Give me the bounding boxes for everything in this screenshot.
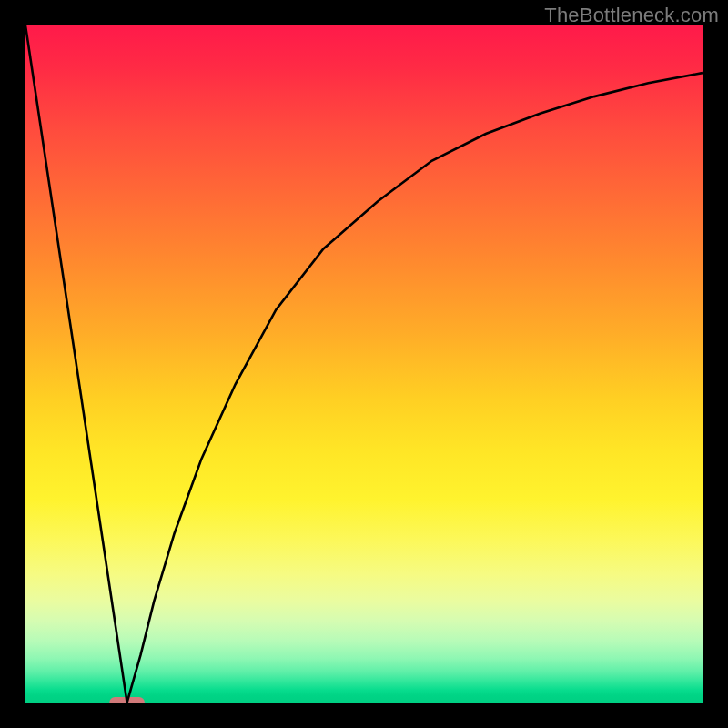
right-curve — [127, 73, 703, 703]
plot-area — [25, 25, 703, 703]
left-line — [25, 25, 127, 703]
watermark-label: TheBottleneck.com — [544, 4, 719, 27]
chart-frame: TheBottleneck.com — [0, 0, 728, 728]
chart-svg — [25, 25, 703, 703]
